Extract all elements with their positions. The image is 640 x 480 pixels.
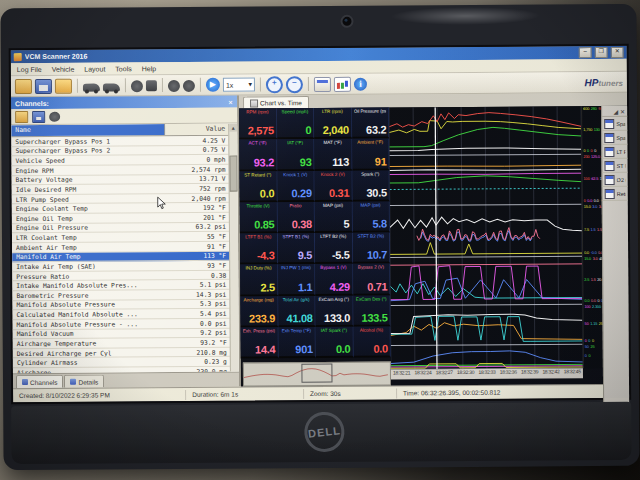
gauge-cell[interactable]: Oil Pressure (psi)63.2 [352,108,390,140]
gauge-cell[interactable]: Exh. Press (psi)14.4 [241,327,279,359]
gauge-cell[interactable]: Pratio0.38 [277,202,315,234]
gauge-cell[interactable]: ST Retard (°)0.0 [240,171,278,203]
engine-icon[interactable] [168,79,180,91]
x-tick-label: 18:32:30 [455,369,476,379]
gauge-value: 0.0 [355,344,388,355]
gauge-cell[interactable]: RPM (rpm)2,575 [239,108,277,140]
read-vehicle-icon[interactable] [83,83,100,91]
playback-speed-select[interactable]: 1x ▾ [223,77,255,91]
gauge-label: ST Retard (°) [242,172,275,177]
channels-save-icon[interactable] [32,110,45,122]
gauge-cell[interactable]: IAT (°F)93 [277,139,315,171]
gauge-value: 9.5 [280,250,313,261]
scale-block: 1002.30050501.1525000 [583,304,603,344]
gauge-cell[interactable]: Knock 2 (V)0.31 [315,170,353,202]
scroll-up-icon[interactable]: ▲ [229,124,237,132]
dock-item-retar[interactable]: Retar [603,187,628,201]
gauge-cell[interactable]: Alcohol (%)0.0 [353,326,391,358]
gauge-cell[interactable]: LTR (rpm)2,040 [314,108,352,140]
dock-item-st-fu[interactable]: ST Fu [602,159,627,173]
vehicle-info-icon[interactable] [103,83,120,91]
gauge-cell[interactable]: MAT (°F)113 [314,139,352,171]
gauge-label: LTR (rpm) [316,109,349,114]
menu-help[interactable]: Help [142,65,156,72]
gauge-cell[interactable]: MAP (psi)5.8 [352,201,390,233]
menu-vehicle[interactable]: Vehicle [52,65,75,72]
gauge-label: Throttle (V) [242,203,275,208]
gauge-cell[interactable]: Total Air (g/s)41.08 [278,296,316,328]
gauge-label: Spark (°) [354,171,387,176]
chart-overview-minimap[interactable] [243,362,391,387]
zoom-in-icon[interactable]: + [266,76,283,93]
dock-item-o2-m[interactable]: O2 (m [603,173,628,187]
gauge-cell[interactable]: STFT B2 (%)10.7 [352,233,390,265]
info-icon[interactable]: i [354,77,367,90]
gauge-cell[interactable]: Exh Temp (°F)901 [278,327,316,359]
gauge-cell[interactable]: Speed (mph)0 [277,108,315,140]
gauge-cell[interactable]: Aircharge (mg)233.9 [240,296,278,328]
channel-name: Ambient Air Temp [12,243,166,251]
gauge-value: 0.85 [242,219,275,230]
gauge-value: 93 [279,157,312,168]
minimize-button[interactable]: – [579,47,592,58]
channels-open-icon[interactable] [15,111,28,123]
gauge-cell[interactable]: Spark (°)30.5 [352,170,390,202]
tab-details[interactable]: Details [64,375,104,388]
gauge-label: LTFT B2 (%) [317,234,350,239]
gauge-cell[interactable]: ExCam Ang (°)133.0 [315,295,353,327]
menu-tools[interactable]: Tools [115,65,131,72]
channels-scrollbar[interactable]: ▲ [228,124,239,372]
gauge-value: 901 [280,344,313,355]
maximize-button[interactable]: ❐ [595,47,608,58]
menu-log-file[interactable]: Log File [17,65,42,72]
open-log-icon[interactable] [15,79,32,94]
panel-close-icon[interactable]: ✕ [228,98,233,105]
save-log-icon[interactable] [35,78,52,93]
gauge-cell[interactable]: STFT B1 (%)9.5 [277,233,315,265]
x-tick-label: 18:32:27 [434,369,455,379]
stop-icon[interactable] [146,80,157,91]
export-log-icon[interactable] [55,78,72,93]
gauge-cell[interactable]: ExCam Des (°)133.5 [353,295,391,327]
channel-value: 210.8 mg [167,348,231,355]
gauge-cell[interactable]: LTFT B1 (%)-4.3 [240,233,278,265]
x-tick-label: 18:32:36 [498,369,519,379]
column-header-value[interactable]: Value [165,124,229,135]
gauge-cell[interactable]: INJ PW 1 (ms)1.1 [278,264,316,296]
chart-plot[interactable] [389,106,583,369]
dock-item-lt-fu[interactable]: LT Fu [602,145,627,159]
scrollbar-thumb[interactable] [229,156,237,192]
gauge-icon[interactable] [183,79,195,91]
dock-expand-icon[interactable]: ◢ [613,107,618,114]
tab-chart-vs-time[interactable]: Chart vs. Time [243,96,309,108]
menu-layout[interactable]: Layout [84,65,105,72]
dock-item-spark[interactable]: Spark [602,131,627,145]
dock-close-icon[interactable]: ✕ [620,107,625,114]
toolbar-separator [162,78,163,92]
record-icon[interactable] [131,80,143,92]
gauge-cell[interactable]: ACT (°F)93.2 [239,140,277,172]
gauge-cell[interactable]: INJ Duty (%)2.5 [240,265,278,297]
gauge-cell[interactable]: MAP (psi)5 [315,202,353,234]
column-header-name[interactable]: Name [11,124,165,136]
play-button[interactable]: ▶ [206,78,220,92]
gauge-cell[interactable]: Bypass 1 (V)4.29 [315,264,353,296]
gauge-cell[interactable]: IAT Spark (°)0.0 [316,327,354,359]
chart-view-icon[interactable] [334,76,351,91]
gauge-cell[interactable]: Throttle (V)0.85 [240,202,278,234]
gauge-cell[interactable]: Knock 1 (V)0.29 [277,171,315,203]
zoom-out-icon[interactable]: − [286,76,303,93]
gauge-value: 2,040 [316,125,349,136]
close-button[interactable]: ✕ [611,47,624,58]
gauge-cell[interactable]: Ambient (°F)91 [352,139,390,171]
gauge-cell[interactable]: Bypass 2 (V)0.71 [353,264,391,296]
gauge-cell[interactable]: LTFT B2 (%)-5.5 [315,233,353,265]
layout-dock-panel: ◢ ✕ SparkSparkLT FuST FuO2 (mRetar [601,106,629,406]
dock-item-spark[interactable]: Spark [602,117,627,131]
channels-config-gear-icon[interactable] [49,112,60,122]
tab-channels[interactable]: Channels [16,375,64,388]
channel-name: Calculated Manifold Absolute ... [13,310,167,318]
channel-name: Supercharger Bypass Pos 1 [11,137,165,145]
channel-value: 0.75 V [165,146,229,153]
table-view-icon[interactable] [314,76,331,91]
